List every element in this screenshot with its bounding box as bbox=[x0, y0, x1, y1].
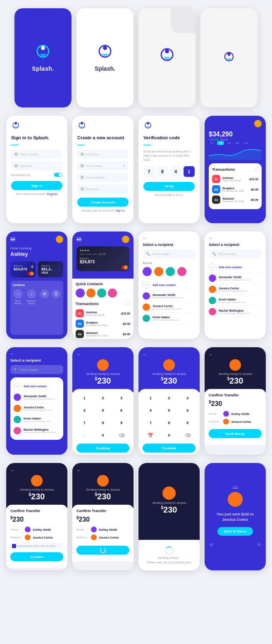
success-avatar bbox=[228, 492, 243, 507]
key-cal-5[interactable]: 5 bbox=[161, 405, 177, 415]
recipient-kevin-1[interactable]: Kevin Hallen kevin.hallen@gmail.com bbox=[143, 313, 196, 324]
key-7[interactable]: 7 bbox=[76, 418, 93, 428]
password-input[interactable]: Password... bbox=[77, 184, 129, 193]
fullname-input[interactable]: Full name... bbox=[77, 150, 129, 159]
create-account-logo bbox=[77, 122, 86, 131]
key-cal-3[interactable]: 3 bbox=[179, 393, 196, 403]
filter-1m[interactable]: 1M bbox=[226, 141, 232, 145]
key-4[interactable]: 4 bbox=[76, 405, 93, 415]
home-inner: Good morning, Ashley + Balance $24,873 bbox=[6, 231, 67, 339]
recipient-rachel-2[interactable]: Rachel Wellington rachel.wellington@gmai… bbox=[209, 306, 262, 317]
filter-1d[interactable]: 1D bbox=[209, 141, 215, 145]
add-card-icon[interactable]: + bbox=[31, 263, 34, 270]
key-cal-1[interactable]: 1 bbox=[143, 393, 159, 403]
key-delete[interactable]: ⌫ bbox=[113, 430, 129, 440]
key-cal-delete[interactable]: ⌫ bbox=[179, 430, 196, 440]
request-money-action[interactable]: ↓ Request money bbox=[25, 289, 38, 305]
recipient-alexander-1[interactable]: Alexander Smith alexander.smith@gmail.co… bbox=[143, 291, 196, 302]
signin-password-input[interactable]: Password... bbox=[11, 161, 62, 170]
back-arrow-2[interactable]: ← bbox=[209, 236, 262, 240]
key-cal-4[interactable]: 4 bbox=[143, 405, 159, 415]
visa-text: VISA bbox=[41, 271, 60, 274]
recent-a[interactable] bbox=[143, 267, 152, 276]
r-rachel[interactable]: Rachel Wellington rachel.wellington@gmai… bbox=[14, 425, 60, 436]
recent-r[interactable] bbox=[177, 267, 186, 276]
recipient-title-2: Select a recipient bbox=[209, 243, 262, 247]
create-account-button[interactable]: Create Account bbox=[77, 198, 129, 207]
cards-hamburger[interactable] bbox=[76, 238, 81, 241]
r-jessica[interactable]: Jessica Cortez jessica.cortez@gmail.com bbox=[14, 403, 60, 414]
continue-btn-2[interactable]: Continue bbox=[143, 444, 196, 453]
cards-top: •••• •••• •••• 4278 Balance $24,873 bbox=[72, 231, 134, 279]
search-box-1[interactable]: 🔍 Find a contact... bbox=[143, 249, 196, 258]
filter-all[interactable]: ALL bbox=[242, 141, 250, 145]
signin-button[interactable]: Sign In bbox=[11, 181, 62, 190]
recipient-jessica-2[interactable]: Jessica Cortez jessica.cortez@gmail.com bbox=[209, 284, 262, 295]
signin-phone-input[interactable]: Phone number... bbox=[11, 150, 62, 159]
key-2[interactable]: 2 bbox=[95, 393, 111, 403]
key-cal-2[interactable]: 2 bbox=[161, 393, 177, 403]
add-contact-1[interactable]: + Add new contact bbox=[143, 279, 196, 291]
back-home-button[interactable]: Back to Home bbox=[217, 527, 253, 536]
phone-sending: Sending money to Jessica $230 Sending mo… bbox=[138, 463, 200, 570]
key-dot[interactable]: . bbox=[76, 430, 93, 440]
recent-b[interactable] bbox=[154, 267, 163, 276]
key-cal-8[interactable]: 8 bbox=[161, 418, 177, 428]
r-alexander[interactable]: Alexander Smith alexander.smith@gmail.co… bbox=[14, 392, 60, 403]
search-box-2[interactable]: 🔍 Find a contact... bbox=[209, 249, 262, 258]
key-3[interactable]: 3 bbox=[113, 393, 129, 403]
otp-box-1[interactable]: 7 bbox=[143, 166, 155, 177]
otp-box-4[interactable]: 1 bbox=[184, 166, 195, 177]
key-1[interactable]: 1 bbox=[76, 393, 93, 403]
key-5[interactable]: 5 bbox=[95, 405, 111, 415]
recipient-kevin-2[interactable]: Kevin Hallen kevin.hallen@gmail.com bbox=[209, 295, 262, 306]
confirm-back-1[interactable]: ← bbox=[209, 352, 262, 357]
phone-input[interactable]: Phone number... bbox=[77, 173, 129, 182]
recipient-jessica-1[interactable]: Jessica Cortez jessica.cortez@gmail.com bbox=[143, 302, 196, 313]
key-9[interactable]: 9 bbox=[113, 418, 129, 428]
key-0[interactable]: 0 bbox=[95, 430, 111, 440]
send-money-btn-1[interactable]: Send Money bbox=[209, 429, 262, 438]
otp-box-3[interactable]: 4 bbox=[170, 166, 181, 177]
add-contact-3[interactable]: + Add new contact bbox=[14, 381, 60, 392]
confirm-back-sched[interactable]: ← bbox=[10, 468, 63, 472]
send-money-action[interactable]: → Send money bbox=[13, 289, 23, 305]
back-arrow-3[interactable]: ← bbox=[10, 351, 63, 356]
key-cal-7[interactable]: 7 bbox=[143, 418, 159, 428]
r-kevin[interactable]: Kevin Hallen kevin.hallen@gmail.com bbox=[14, 414, 60, 425]
continue-btn-1[interactable]: Continue bbox=[76, 444, 129, 453]
keypad-back[interactable]: ← bbox=[76, 352, 129, 357]
key-8[interactable]: 8 bbox=[95, 418, 111, 428]
signin-link[interactable]: Sign In bbox=[116, 209, 125, 212]
extra-action-2[interactable]: ☰ bbox=[52, 289, 61, 305]
sender-row-sched: Sender Ashley Smith bbox=[10, 527, 63, 532]
country-input[interactable]: Your country... ▼ bbox=[77, 161, 129, 170]
extra-action-1[interactable]: ⊞ bbox=[40, 289, 49, 305]
recent-k[interactable] bbox=[166, 267, 175, 276]
trans-item-invision: In Invision Today, 09:20 AM -$15.00 bbox=[212, 175, 258, 183]
register-link[interactable]: Register bbox=[47, 193, 58, 196]
keypad-cal-back[interactable]: ← bbox=[143, 352, 196, 357]
back-arrow-1[interactable]: ← bbox=[143, 236, 196, 240]
trans-item-dropbox: Db Dropbox December 20, 2019 -$9.99 bbox=[212, 185, 258, 193]
search-box-3[interactable]: 🔍 Find a contact... bbox=[10, 365, 63, 374]
logo-icon-dark bbox=[34, 44, 52, 62]
r-kevin-avatar bbox=[14, 416, 21, 423]
filter-6m[interactable]: 6M bbox=[234, 141, 241, 145]
add-contact-2[interactable]: + Add new contact bbox=[209, 262, 262, 273]
key-6[interactable]: 6 bbox=[113, 405, 129, 415]
trans-more[interactable]: ··· bbox=[254, 167, 258, 172]
key-cal-0[interactable]: 0 bbox=[161, 430, 177, 440]
filter-1w[interactable]: 1W bbox=[217, 141, 224, 145]
key-cal-9[interactable]: 9 bbox=[179, 418, 196, 428]
recipient-alexander-2[interactable]: Alexander Smith alexander.smith@gmail.co… bbox=[209, 273, 262, 284]
otp-box-2[interactable]: 8 bbox=[157, 166, 168, 177]
confirm-send-to-sched: Sending money to Jessica bbox=[10, 488, 63, 491]
remember-toggle[interactable] bbox=[54, 173, 62, 177]
verify-button[interactable]: Verify bbox=[143, 182, 195, 191]
confirm-btn-sched[interactable]: Confirm bbox=[10, 552, 63, 561]
hamburger-icon[interactable] bbox=[10, 238, 15, 241]
key-cal-icon[interactable]: 📅 bbox=[143, 430, 159, 440]
key-cal-6[interactable]: 6 bbox=[179, 405, 196, 415]
confirm-back-loading[interactable]: ← bbox=[76, 468, 129, 472]
